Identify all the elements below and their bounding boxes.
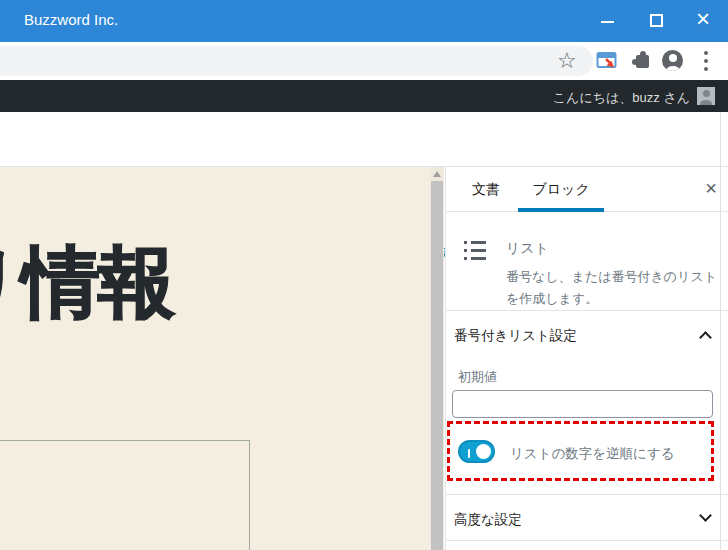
close-window-button[interactable]: × xyxy=(696,7,710,31)
block-title: リスト xyxy=(506,240,549,258)
minimize-button[interactable] xyxy=(601,21,614,23)
panel-title: 番号付きリスト設定 xyxy=(454,327,577,345)
block-description: 番号なし、または番号付きのリストを作成します。 xyxy=(506,266,720,310)
reverse-list-toggle-label[interactable]: リストの数字を逆順にする xyxy=(510,445,675,463)
settings-sidebar: 文書 ブロック × リスト 番号なし、または番号付きのリストを作成します。 番号… xyxy=(445,167,728,550)
page-right-divider xyxy=(720,112,721,550)
panel-title: 高度な設定 xyxy=(454,511,522,529)
post-heading[interactable]: リ情報 xyxy=(0,231,174,336)
capture-extension-icon[interactable] xyxy=(596,51,618,75)
advanced-settings-panel-header[interactable]: 高度な設定 xyxy=(446,494,728,541)
window-titlebar: Buzzword Inc. × xyxy=(0,0,728,42)
bookmark-star-icon[interactable]: ☆ xyxy=(557,47,577,75)
close-sidebar-icon[interactable]: × xyxy=(705,178,717,198)
toggle-on-mark xyxy=(468,449,470,458)
address-bar[interactable] xyxy=(0,46,593,76)
list-block-icon xyxy=(464,241,486,265)
editor-canvas[interactable]: リ情報 xyxy=(0,167,430,550)
block-info-card: リスト 番号なし、または番号付きのリストを作成します。 xyxy=(446,212,728,311)
reverse-list-toggle[interactable] xyxy=(458,440,495,463)
chevron-down-icon xyxy=(699,509,712,522)
post-heading-text: 情報 xyxy=(22,238,174,326)
extensions-puzzle-icon[interactable] xyxy=(636,55,649,68)
wp-admin-bar: こんにちは、buzz さん xyxy=(0,80,728,112)
sidebar-tabs: 文書 ブロック × xyxy=(446,167,728,212)
post-heading-clipped-char: リ xyxy=(0,238,22,326)
browser-window: Buzzword Inc. × ☆ こんにちは、buzz さん 下書き保存 プレ… xyxy=(0,0,728,550)
user-avatar[interactable] xyxy=(697,87,715,105)
admin-greeting[interactable]: こんにちは、buzz さん xyxy=(553,89,690,107)
editor-scrollbar[interactable] xyxy=(430,167,444,550)
maximize-button[interactable] xyxy=(650,14,663,27)
tab-block[interactable]: ブロック xyxy=(518,167,603,212)
tab-document[interactable]: 文書 xyxy=(458,167,514,212)
browser-profile-icon[interactable] xyxy=(662,50,683,71)
toggle-knob xyxy=(476,444,491,459)
list-block-outline[interactable] xyxy=(0,440,250,550)
scrollbar-thumb[interactable] xyxy=(431,181,443,550)
browser-menu-icon[interactable] xyxy=(704,49,708,73)
initial-value-label: 初期値 xyxy=(458,368,497,386)
window-title: Buzzword Inc. xyxy=(24,11,118,28)
browser-toolbar: ☆ xyxy=(0,42,728,80)
chevron-up-icon xyxy=(699,331,712,344)
scrollbar-up-arrow-icon[interactable] xyxy=(433,171,441,177)
ordered-list-settings-panel-header[interactable]: 番号付きリスト設定 xyxy=(446,311,728,359)
editor-header: 下書き保存 プレビュー 公開 ⚙ xyxy=(0,112,728,167)
initial-value-input[interactable] xyxy=(452,390,713,418)
